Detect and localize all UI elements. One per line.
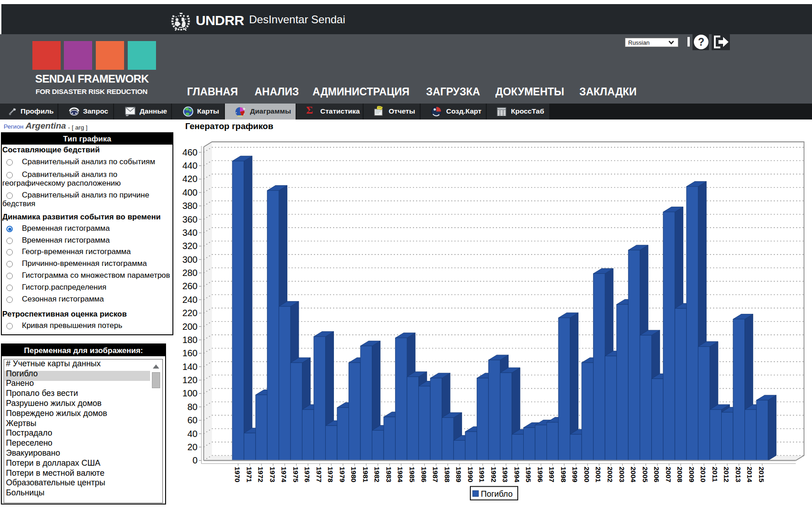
svg-text:120: 120 — [182, 375, 198, 385]
svg-text:1973: 1973 — [269, 467, 276, 483]
svg-text:1984: 1984 — [396, 467, 404, 483]
svg-text:20: 20 — [187, 442, 198, 452]
svg-text:1991: 1991 — [478, 467, 486, 483]
svg-text:2005: 2005 — [641, 467, 649, 483]
svg-text:400: 400 — [182, 187, 198, 198]
svg-text:1996: 1996 — [536, 467, 544, 483]
svg-text:Погибло: Погибло — [481, 489, 513, 499]
svg-text:1980: 1980 — [350, 467, 358, 482]
svg-text:1972: 1972 — [257, 467, 265, 482]
svg-text:360: 360 — [182, 214, 198, 224]
svg-text:1999: 1999 — [571, 467, 579, 483]
svg-text:240: 240 — [182, 295, 198, 305]
svg-text:0: 0 — [193, 455, 198, 465]
svg-text:1992: 1992 — [490, 467, 498, 482]
svg-text:260: 260 — [182, 281, 198, 291]
svg-text:1979: 1979 — [338, 467, 346, 483]
svg-text:1975: 1975 — [292, 467, 300, 483]
svg-text:1990: 1990 — [467, 467, 474, 482]
svg-text:100: 100 — [182, 388, 198, 398]
svg-text:1993: 1993 — [501, 467, 509, 483]
svg-text:440: 440 — [182, 161, 198, 171]
svg-text:1976: 1976 — [303, 467, 311, 483]
svg-text:80: 80 — [187, 402, 198, 412]
svg-text:2015: 2015 — [758, 467, 765, 483]
svg-text:1995: 1995 — [525, 467, 532, 483]
svg-text:1989: 1989 — [455, 467, 463, 483]
svg-text:1988: 1988 — [443, 467, 451, 483]
svg-text:2010: 2010 — [699, 467, 707, 482]
svg-text:2014: 2014 — [746, 467, 754, 483]
svg-text:2001: 2001 — [594, 467, 602, 483]
svg-text:460: 460 — [182, 147, 198, 157]
svg-text:2012: 2012 — [723, 467, 730, 482]
svg-text:1985: 1985 — [408, 467, 416, 483]
svg-text:60: 60 — [187, 415, 198, 425]
svg-text:2006: 2006 — [653, 467, 661, 483]
svg-text:1974: 1974 — [280, 467, 288, 483]
svg-text:1983: 1983 — [385, 467, 393, 483]
svg-text:160: 160 — [182, 348, 198, 358]
svg-text:1987: 1987 — [432, 467, 439, 482]
svg-text:1981: 1981 — [362, 467, 370, 483]
svg-text:2000: 2000 — [583, 467, 591, 482]
svg-text:340: 340 — [182, 228, 198, 238]
svg-text:220: 220 — [182, 308, 198, 318]
svg-text:2008: 2008 — [676, 467, 684, 483]
svg-text:320: 320 — [182, 241, 198, 251]
svg-text:1998: 1998 — [560, 467, 567, 483]
svg-text:2003: 2003 — [618, 467, 626, 483]
svg-text:1997: 1997 — [548, 467, 556, 482]
svg-text:280: 280 — [182, 268, 198, 278]
svg-text:1970: 1970 — [234, 467, 241, 482]
svg-text:2002: 2002 — [606, 467, 614, 482]
svg-text:300: 300 — [182, 255, 198, 265]
svg-text:1977: 1977 — [315, 467, 323, 482]
svg-text:140: 140 — [182, 362, 198, 372]
svg-text:200: 200 — [182, 322, 198, 332]
svg-text:380: 380 — [182, 201, 198, 211]
svg-text:420: 420 — [182, 174, 198, 184]
svg-text:180: 180 — [182, 335, 198, 345]
svg-text:2011: 2011 — [711, 467, 719, 482]
svg-text:2004: 2004 — [630, 467, 637, 483]
svg-text:2009: 2009 — [688, 467, 696, 483]
svg-text:1994: 1994 — [513, 467, 521, 483]
svg-text:40: 40 — [187, 429, 198, 439]
svg-text:1978: 1978 — [327, 467, 334, 483]
svg-text:1982: 1982 — [373, 467, 381, 482]
svg-text:2013: 2013 — [734, 467, 742, 483]
svg-text:1971: 1971 — [245, 467, 253, 483]
svg-text:2007: 2007 — [665, 467, 672, 482]
svg-text:1986: 1986 — [420, 467, 428, 483]
